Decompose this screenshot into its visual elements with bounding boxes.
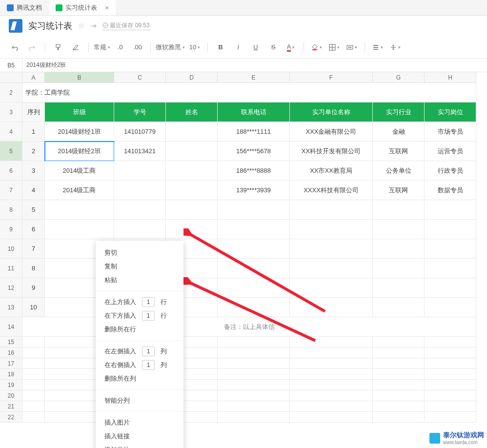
- cell[interactable]: XXX金融有限公司: [290, 122, 373, 142]
- cell[interactable]: 10: [22, 298, 45, 317]
- ctx-delete-row[interactable]: 删除所在行: [96, 323, 183, 336]
- format-painter-button[interactable]: [50, 40, 66, 55]
- star-icon[interactable]: ☆: [78, 21, 84, 30]
- cell[interactable]: [114, 200, 166, 220]
- cell[interactable]: [290, 390, 373, 401]
- cell[interactable]: 互联网: [373, 142, 425, 161]
- row-header[interactable]: 10: [0, 239, 22, 259]
- cell[interactable]: [290, 200, 373, 220]
- row-header[interactable]: 6: [0, 161, 22, 181]
- cell[interactable]: 2014级工商: [45, 161, 114, 181]
- row-header[interactable]: 19: [0, 380, 22, 390]
- col-count-input[interactable]: 1: [142, 346, 155, 356]
- cell[interactable]: [425, 401, 476, 412]
- cell[interactable]: [290, 401, 373, 412]
- formula-bar[interactable]: 2014级财经2班: [22, 59, 487, 72]
- cell[interactable]: [373, 380, 425, 390]
- font-family-dropdown[interactable]: 微软雅黑▾: [156, 40, 185, 55]
- cell[interactable]: [425, 259, 476, 278]
- row-count-input[interactable]: 1: [142, 311, 155, 321]
- cell[interactable]: 188****1111: [218, 122, 290, 142]
- cell[interactable]: [425, 337, 476, 347]
- cell[interactable]: [22, 380, 45, 390]
- strikethrough-button[interactable]: S: [265, 40, 281, 55]
- row-header[interactable]: 12: [0, 278, 22, 298]
- cell[interactable]: XX科技开发有限公司: [290, 142, 373, 161]
- row-header[interactable]: 21: [0, 401, 22, 412]
- cell[interactable]: [22, 369, 45, 380]
- cell[interactable]: [425, 239, 476, 259]
- cell[interactable]: 行政专员: [425, 161, 476, 181]
- ctx-insert-cols-right[interactable]: 在右侧插入1列: [96, 358, 183, 372]
- cell[interactable]: 数据专员: [425, 181, 476, 200]
- cell[interactable]: [373, 220, 425, 239]
- cell[interactable]: [166, 122, 218, 142]
- cell[interactable]: [218, 390, 290, 401]
- number-format-dropdown[interactable]: 常规▾: [94, 40, 110, 55]
- align-button[interactable]: ▾: [370, 40, 386, 55]
- col-header[interactable]: G: [373, 72, 425, 83]
- header-cell[interactable]: 实习单位名称: [290, 102, 373, 122]
- borders-button[interactable]: ▾: [326, 40, 342, 55]
- row-header[interactable]: 8: [0, 200, 22, 220]
- tab-current-sheet[interactable]: 实习统计表 ×: [49, 0, 116, 15]
- col-header[interactable]: D: [166, 72, 218, 83]
- save-status[interactable]: 最近保存 09:53: [102, 21, 150, 30]
- cell[interactable]: [218, 200, 290, 220]
- cell[interactable]: [425, 220, 476, 239]
- row-header[interactable]: 3: [0, 102, 22, 122]
- ctx-smart-split[interactable]: 智能分列: [96, 394, 183, 407]
- col-header[interactable]: H: [425, 72, 476, 83]
- cell[interactable]: 学院：工商学院: [22, 83, 476, 102]
- cell[interactable]: [290, 412, 373, 423]
- col-header[interactable]: A: [22, 72, 45, 83]
- ctx-insert-rows-below[interactable]: 在下方插入1行: [96, 309, 183, 323]
- cell[interactable]: [425, 358, 476, 369]
- cell[interactable]: [290, 358, 373, 369]
- col-count-input[interactable]: 1: [142, 360, 155, 370]
- cell[interactable]: 2014级工商: [45, 181, 114, 200]
- cell[interactable]: [218, 369, 290, 380]
- cell[interactable]: 金融: [373, 122, 425, 142]
- col-header[interactable]: F: [290, 72, 373, 83]
- cell[interactable]: [290, 347, 373, 358]
- cell[interactable]: 141010779: [114, 122, 166, 142]
- cell[interactable]: [290, 380, 373, 390]
- row-header[interactable]: 22: [0, 412, 22, 423]
- row-header[interactable]: 4: [0, 122, 22, 142]
- cell[interactable]: [45, 200, 114, 220]
- cell[interactable]: 序列: [22, 102, 45, 122]
- folder-icon[interactable]: ⇥: [90, 21, 97, 30]
- cell[interactable]: [114, 161, 166, 181]
- header-cell[interactable]: 实习岗位: [425, 102, 476, 122]
- ctx-insert-rows-above[interactable]: 在上方插入1行: [96, 295, 183, 309]
- cell[interactable]: 141013421: [114, 142, 166, 161]
- cell[interactable]: [425, 298, 476, 317]
- row-header[interactable]: 2: [0, 83, 22, 102]
- cell[interactable]: 4: [22, 181, 45, 200]
- merge-cells-button[interactable]: ▾: [344, 40, 360, 55]
- cell[interactable]: [425, 200, 476, 220]
- row-header[interactable]: 11: [0, 259, 22, 278]
- cell[interactable]: [45, 220, 114, 239]
- cell[interactable]: [425, 369, 476, 380]
- close-icon[interactable]: ×: [105, 4, 109, 12]
- cell[interactable]: XX市XX教育局: [290, 161, 373, 181]
- cell[interactable]: [218, 412, 290, 423]
- cell[interactable]: [166, 142, 218, 161]
- tab-tencent-docs[interactable]: 腾讯文档: [0, 0, 49, 15]
- cell[interactable]: [425, 278, 476, 298]
- cell[interactable]: 8: [22, 259, 45, 278]
- cell[interactable]: [218, 347, 290, 358]
- header-cell[interactable]: 姓名: [166, 102, 218, 122]
- row-header[interactable]: 14: [0, 317, 22, 337]
- ctx-paste[interactable]: 粘贴: [96, 273, 183, 287]
- cell[interactable]: [373, 369, 425, 380]
- cell[interactable]: [218, 401, 290, 412]
- cell[interactable]: [373, 278, 425, 298]
- corner-cell[interactable]: [0, 72, 22, 83]
- cell[interactable]: 7: [22, 239, 45, 259]
- cell[interactable]: [373, 298, 425, 317]
- ctx-insert-link[interactable]: 插入链接: [96, 429, 183, 443]
- cell[interactable]: [425, 347, 476, 358]
